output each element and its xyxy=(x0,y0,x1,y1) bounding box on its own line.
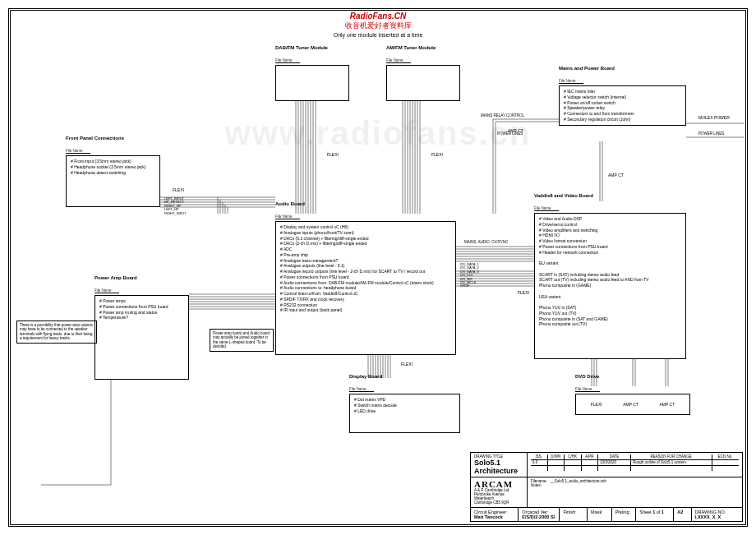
block-front: Front Panel Connections File Name # Fron… xyxy=(66,136,160,207)
dvd-filename: File Name xyxy=(575,387,600,392)
block-audio: Audio Board File Name # Display and syst… xyxy=(275,201,456,355)
lbl-i2s: I2S_DATA_1 I2S_DATA_2 I2S_DATA_3 I2S_CLK… xyxy=(460,263,479,288)
audio-box: # Display and system control uC (H8) # A… xyxy=(275,221,456,355)
tb-sheet-n: 1 xyxy=(652,510,655,514)
lbl-flexi-disp: FLEXI xyxy=(401,362,413,367)
tb-sheet-of: of xyxy=(657,510,661,514)
audio-title: Audio Board xyxy=(275,201,456,206)
dvd-title: DVD Drive xyxy=(575,374,690,379)
tb-ce-v: Matt Tancock xyxy=(474,514,503,519)
rev-date-0: 13/3/2020 xyxy=(598,459,630,465)
tb-mask: Mask: xyxy=(591,510,603,514)
front-title: Front Panel Connections xyxy=(66,136,160,141)
tb-plat: Plating: xyxy=(615,510,630,514)
front-box: # Front input (3.5mm stereo jack) # Head… xyxy=(66,155,160,207)
audio-filename: File Name xyxy=(275,214,300,219)
tb-dno: LXXXX_X_X xyxy=(695,514,721,519)
lbl-flexi-front: FLEXI xyxy=(173,187,184,192)
pamp-box: # Power amps # Power connections from PS… xyxy=(94,295,189,380)
pamp-filename: File Name xyxy=(94,288,119,293)
display-filename: File Name xyxy=(349,387,374,392)
lbl-power-lines-l: POWER LINES xyxy=(497,131,523,136)
block-mains: Mains and Power Board File Name # IEC ma… xyxy=(559,66,686,126)
tb-size: A2 xyxy=(677,510,683,514)
lbl-ampct-vaddis: AMP CT xyxy=(608,173,624,178)
lbl-flexi-av: FLEXI xyxy=(518,290,529,295)
dvd-ampct1: AMP CT xyxy=(623,402,638,408)
tb-company: A & R Cambridge Ltd. Pembroke Avenue Wat… xyxy=(474,489,523,505)
dabfm-title: DAB/FM Tuner Module xyxy=(275,45,349,50)
vaddis-box: # Video and Audio DSP # Drive/servo cont… xyxy=(534,213,686,359)
amfm-filename: File Name xyxy=(386,58,411,63)
revision-grid: ISS.6.0 D/WN C/HK A/PR DATE13/3/2020 REA… xyxy=(531,454,739,471)
block-dabfm: DAB/FM Tuner Module File Name xyxy=(275,45,349,101)
note-audio: Power amp board and Audio board may actu… xyxy=(210,329,274,352)
site-name: RadioFans.CN xyxy=(0,12,756,21)
tb-fin: Finish: xyxy=(563,510,576,514)
block-vaddis: Vaddis8 and Video Board File Name # Vide… xyxy=(534,193,686,359)
rev-reason-0: Rough outline of Solo5.1 system. xyxy=(631,459,712,465)
page-header: RadioFans.CN 收音机爱好者资料库 Only one module i… xyxy=(0,12,756,38)
site-subtitle: 收音机爱好者资料库 xyxy=(0,21,756,31)
mains-title: Mains and Power Board xyxy=(559,66,686,71)
dabfm-filename: File Name xyxy=(275,58,300,63)
tb-ov-v: E/S/D/2-2000 SI xyxy=(522,514,555,519)
display-title: Display Board xyxy=(349,374,460,379)
dvd-box: FLEXI AMP CT AMP CT xyxy=(575,394,690,415)
dabfm-box xyxy=(275,65,349,101)
note-pamp: There is a possibility that power amp ou… xyxy=(16,321,97,344)
lbl-mains-relay: MAINS RELAY CONTROL xyxy=(481,113,524,118)
tb-sheet: Sheet xyxy=(639,510,651,514)
block-display: Display Board File Name # Dot matrix VFD… xyxy=(349,374,460,433)
title-block: DRAWING TITLE Solo5.1 Architecture ISS.6… xyxy=(470,452,743,522)
amfm-title: AM/FM Tuner Module xyxy=(386,45,460,50)
top-note: Only one module inserted at a time xyxy=(0,32,756,38)
lbl-power-lines-r: POWER LINES xyxy=(698,131,724,136)
block-dvd: DVD Drive File Name FLEXI AMP CT AMP CT xyxy=(575,374,690,415)
vaddis-filename: File Name xyxy=(534,206,559,211)
amfm-box xyxy=(386,65,460,101)
block-pamp: Power Amp Board File Name # Power amps #… xyxy=(94,275,189,380)
tb-notes-label: Notes: xyxy=(531,483,739,487)
dvd-flexi: FLEXI xyxy=(591,402,602,408)
lbl-flexi-am: FLEXI xyxy=(431,152,443,157)
block-amfm: AM/FM Tuner Module File Name xyxy=(386,45,460,101)
tb-sheet-t: 1 xyxy=(662,510,664,514)
lbl-front-lines: LEFT_INPUT HP_DETECT RIGHT_HP LEFT_HP RI… xyxy=(164,197,187,215)
pamp-title: Power Amp Board xyxy=(94,275,189,280)
tb-title: Solo5.1 Architecture xyxy=(474,459,523,475)
dvd-ampct2: AMP CT xyxy=(659,402,675,408)
page: RadioFans.CN 收音机爱好者资料库 Only one module i… xyxy=(0,0,756,535)
mains-filename: File Name xyxy=(559,79,583,84)
vaddis-title: Vaddis8 and Video Board xyxy=(534,193,686,198)
display-box: # Dot matrix VFD # Switch matrix decode … xyxy=(349,394,460,433)
lbl-molex: MOLEX POWER xyxy=(698,115,730,120)
lbl-flexi-dab: FLEXI xyxy=(327,152,339,157)
lbl-mains-audio: MAINS, AUDIO, CV/SYNC xyxy=(464,240,508,244)
rev-iss-0: 6.0 xyxy=(531,459,547,465)
mains-box: # IEC mains inlet # Voltage selector swi… xyxy=(559,85,686,126)
front-filename: File Name xyxy=(66,149,90,154)
